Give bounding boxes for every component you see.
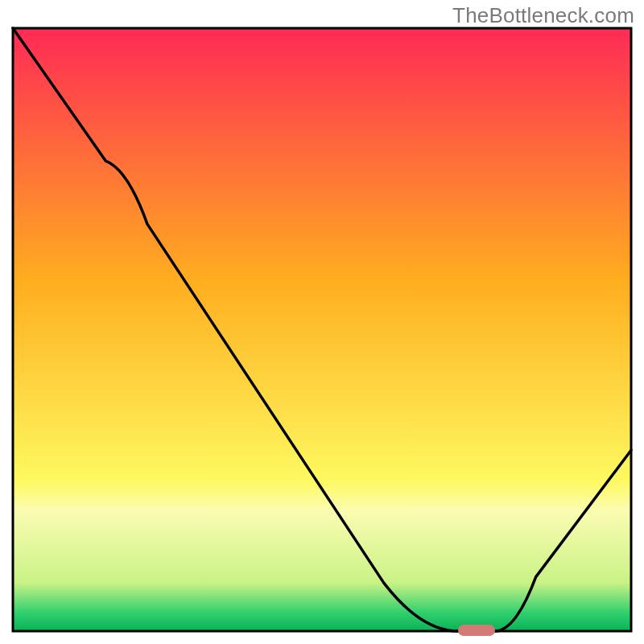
optimal-point-marker xyxy=(458,625,495,636)
chart-container: TheBottleneck.com xyxy=(0,0,644,644)
bottleneck-chart xyxy=(0,0,644,644)
watermark: TheBottleneck.com xyxy=(452,3,634,28)
plot-area xyxy=(13,28,631,631)
